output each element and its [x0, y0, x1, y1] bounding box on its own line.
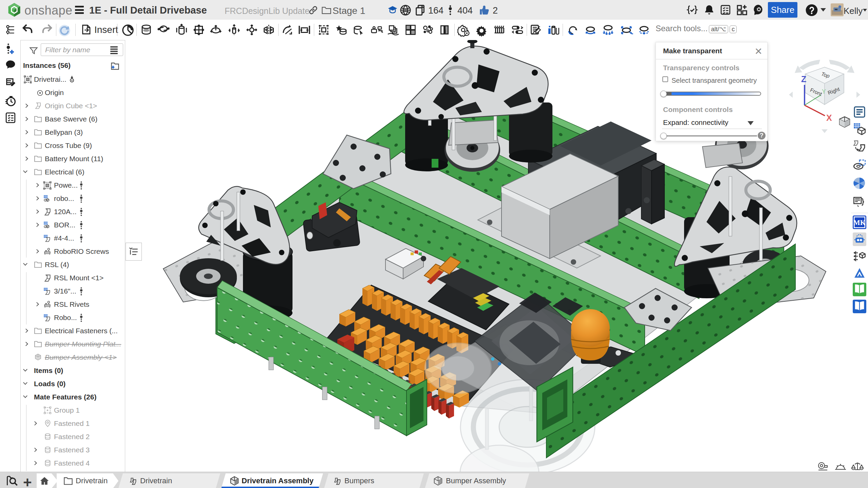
svg-text:X: X — [826, 113, 832, 123]
svg-text:Y: Y — [822, 88, 826, 95]
svg-text:Z: Z — [801, 74, 806, 84]
svg-text:MK: MK — [853, 219, 866, 227]
